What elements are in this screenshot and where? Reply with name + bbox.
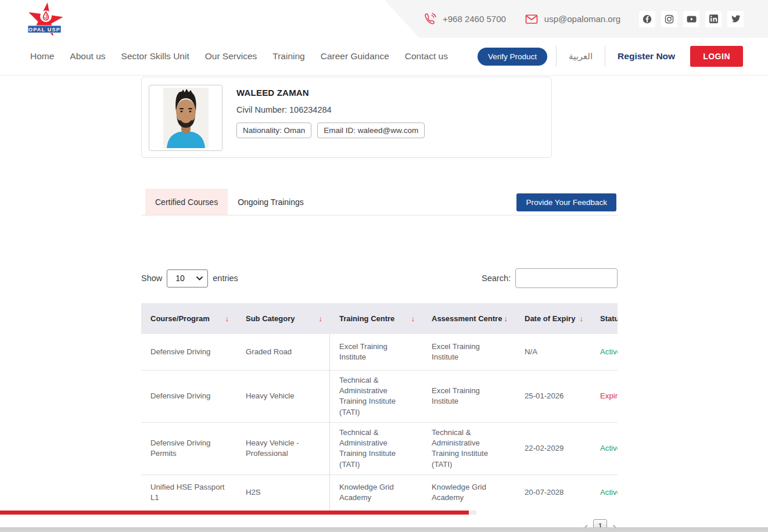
column-header-course-program[interactable]: Course/Program↓	[141, 303, 236, 334]
status-cell: Active	[591, 334, 618, 370]
divider	[605, 46, 605, 67]
contact-info: +968 2460 5700 usp@opaloman.org	[424, 0, 744, 38]
column-label: Sub Category	[246, 314, 295, 323]
profile-name: WALEED ZAMAN	[236, 88, 425, 98]
email-icon	[525, 12, 539, 26]
column-label: Training Centre	[339, 314, 394, 323]
verify-product-button[interactable]: Verify Product	[478, 48, 547, 66]
sort-arrow-icon[interactable]: ↓	[319, 314, 323, 323]
column-header-date-of-expiry[interactable]: Date of Expiry↓	[515, 303, 591, 334]
phone-icon	[424, 12, 437, 26]
table-cell: H2S	[236, 475, 330, 511]
nav-item-training[interactable]: Training	[272, 51, 304, 62]
column-header-status[interactable]: Status↓	[591, 303, 618, 334]
register-now-link[interactable]: Register Now	[614, 51, 679, 62]
phone-number: +968 2460 5700	[443, 14, 506, 24]
phone-group[interactable]: +968 2460 5700	[424, 12, 506, 26]
browser-horizontal-scrollbar[interactable]	[0, 527, 768, 532]
entries-label: entries	[213, 274, 238, 283]
status-cell: Active	[591, 423, 618, 475]
status-cell: Expired	[591, 371, 618, 422]
column-label: Date of Expiry	[525, 314, 575, 323]
profile-photo-frame	[149, 85, 222, 151]
social-links	[639, 11, 744, 27]
main-navbar: Home About us Sector Skills Unit Our Ser…	[0, 38, 768, 76]
twitter-icon[interactable]	[727, 11, 744, 27]
tab-ongoing-trainings[interactable]: Ongoing Trainings	[228, 189, 314, 215]
opal-usp-logo[interactable]: OPAL USP	[27, 2, 64, 38]
profile-card: WALEED ZAMAN Civil Number: 106234284 Nat…	[141, 77, 552, 158]
chevron-down-icon	[196, 276, 203, 281]
column-header-sub-category[interactable]: Sub Category↓	[236, 303, 330, 334]
opal-star-logo-icon: OPAL USP	[27, 2, 64, 38]
nav-item-career-guidance[interactable]: Career Guidance	[321, 51, 389, 62]
show-label: Show	[141, 274, 162, 283]
sort-arrow-icon[interactable]: ↓	[411, 314, 415, 323]
table-cell: Heavy Vehicle	[236, 371, 330, 422]
table-cell: N/A	[515, 334, 591, 370]
instagram-icon[interactable]	[661, 11, 677, 27]
nav-item-sector-skills-unit[interactable]: Sector Skills Unit	[121, 51, 189, 62]
email-group[interactable]: usp@opaloman.org	[525, 12, 620, 26]
entries-select-value: 10	[175, 274, 185, 283]
table-row: Defensive DrivingGraded RoadExcel Traini…	[141, 334, 618, 370]
table-body: Defensive DrivingGraded RoadExcel Traini…	[141, 334, 618, 511]
status-cell: Active	[591, 475, 618, 511]
sort-arrow-icon[interactable]: ↓	[225, 314, 229, 323]
table-row: Defensive Driving PermitsHeavy Vehicle -…	[141, 422, 618, 475]
nav-links: Home About us Sector Skills Unit Our Ser…	[30, 51, 448, 62]
facebook-icon[interactable]	[639, 11, 655, 27]
profile-photo	[163, 88, 209, 148]
table-controls: Show 10 entries Search:	[141, 268, 618, 288]
provide-feedback-button[interactable]: Provide Your Feedback	[516, 193, 616, 211]
nationality-chip: Nationality: Oman	[236, 123, 311, 138]
login-button[interactable]: LOGIN	[690, 46, 743, 67]
scrollbar-thumb[interactable]	[0, 511, 469, 515]
table-cell: Knowledge Grid Academy	[422, 475, 515, 511]
courses-tabbar: Certified Courses Ongoing Trainings Prov…	[141, 189, 618, 215]
table-cell: Knowledge Grid Academy	[330, 475, 422, 511]
svg-text:OPAL USP: OPAL USP	[28, 27, 60, 33]
youtube-icon[interactable]	[683, 11, 699, 27]
table-cell: Excel Training Institute	[422, 334, 515, 370]
column-label: Assessment Centre	[432, 314, 502, 323]
divider	[556, 46, 557, 67]
table-cell: 25-01-2026	[515, 371, 591, 422]
table-cell: Defensive Driving	[141, 371, 236, 422]
search-group: Search:	[482, 268, 618, 288]
nav-item-our-services[interactable]: Our Services	[205, 51, 257, 62]
column-header-training-centre[interactable]: Training Centre↓	[330, 303, 422, 334]
search-input[interactable]	[515, 268, 618, 288]
table-row: Unified HSE Passport L1H2SKnowledge Grid…	[141, 475, 618, 511]
table-cell: 20-07-2028	[515, 475, 591, 511]
sort-arrow-icon[interactable]: ↓	[504, 314, 508, 323]
table-cell: Excel Training Institute	[422, 371, 515, 422]
profile-info: WALEED ZAMAN Civil Number: 106234284 Nat…	[236, 85, 425, 150]
nav-item-about-us[interactable]: About us	[70, 51, 105, 62]
table-cell: Defensive Driving Permits	[141, 423, 236, 475]
profile-chips: Nationality: Oman Email ID: waleed@ww.co…	[236, 123, 425, 138]
table-cell: Defensive Driving	[141, 334, 236, 370]
column-header-assessment-centre[interactable]: Assessment Centre↓	[422, 303, 515, 334]
email-address: usp@opaloman.org	[544, 14, 620, 24]
nav-item-contact-us[interactable]: Contact us	[405, 51, 448, 62]
language-switch-arabic[interactable]: العربية	[565, 51, 596, 62]
table-cell: 22-02-2029	[515, 423, 591, 475]
linkedin-icon[interactable]	[705, 11, 722, 27]
tab-certified-courses[interactable]: Certified Courses	[145, 189, 228, 215]
nav-item-home[interactable]: Home	[30, 51, 54, 62]
table-cell: Graded Road	[236, 334, 330, 370]
search-label: Search:	[482, 274, 511, 283]
column-label: Status	[600, 314, 618, 323]
email-id-chip: Email ID: waleed@ww.com	[317, 123, 425, 138]
table-row: Defensive DrivingHeavy VehicleTechnical …	[141, 370, 618, 422]
table-header-row: Course/Program↓Sub Category↓Training Cen…	[141, 303, 618, 334]
table-horizontal-scrollbar[interactable]	[0, 511, 476, 515]
top-contact-bar: OPAL USP +968 2460 5700 usp@opaloman.org	[0, 0, 768, 38]
table-clip-region: Course/Program↓Sub Category↓Training Cen…	[141, 303, 618, 511]
entries-select[interactable]: 10	[167, 269, 208, 287]
table-cell: Technical & Administrative Training Inst…	[422, 423, 515, 475]
column-label: Course/Program	[150, 314, 210, 323]
table-cell: Technical & Administrative Training Inst…	[330, 423, 422, 475]
sort-arrow-icon[interactable]: ↓	[580, 314, 584, 323]
